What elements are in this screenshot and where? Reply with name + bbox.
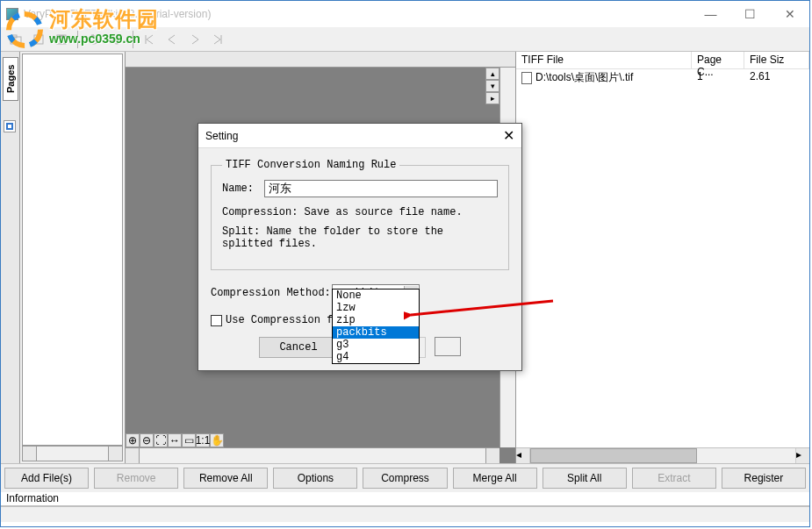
option-none[interactable]: None: [333, 290, 419, 302]
file-pages: 1: [692, 69, 744, 85]
rotate-left-icon[interactable]: [84, 30, 104, 49]
last-page-icon[interactable]: [208, 30, 227, 49]
preview-hscroll[interactable]: [126, 447, 499, 463]
open-icon[interactable]: [6, 30, 25, 49]
file-path: D:\tools\桌面\图片\.tif: [535, 71, 633, 83]
option-zip[interactable]: zip: [333, 314, 419, 326]
add-file-button[interactable]: Add File(s): [4, 468, 89, 489]
nav-right-icon[interactable]: ▸: [485, 92, 499, 104]
ruler-horizontal: [126, 52, 515, 68]
preview-bottom-buttons: ⊕ ⊖ ⛶ ↔ ▭ 1:1 ✋: [126, 433, 224, 447]
list-hscroll[interactable]: ◂▸: [516, 447, 809, 463]
compress-button[interactable]: Compress: [363, 468, 447, 489]
col-file[interactable]: TIFF File: [516, 52, 692, 68]
svg-rect-2: [34, 35, 43, 44]
maximize-button[interactable]: ☐: [730, 2, 770, 26]
page-thumb-mini[interactable]: [4, 120, 16, 132]
option-g3[interactable]: g3: [333, 339, 419, 351]
col-size[interactable]: File Siz: [744, 52, 809, 68]
thumb-hscroll[interactable]: [22, 446, 123, 461]
status-bar: [1, 506, 809, 522]
merge-all-button[interactable]: Merge All: [453, 468, 537, 489]
minimize-button[interactable]: —: [691, 2, 730, 26]
scan-icon[interactable]: [29, 30, 48, 49]
svg-rect-4: [59, 35, 64, 39]
save-icon[interactable]: [52, 30, 71, 49]
use-compression-checkbox[interactable]: [211, 315, 222, 326]
file-list-panel: TIFF File Page C... File Siz D:\tools\桌面…: [516, 52, 809, 463]
nav-down-icon[interactable]: ▾: [485, 80, 499, 92]
dialog-close-icon[interactable]: ✕: [503, 127, 514, 144]
remove-all-button[interactable]: Remove All: [183, 468, 268, 489]
next-page-icon[interactable]: [185, 30, 205, 49]
compression-info: Compression: Save as source file name.: [222, 206, 498, 218]
fit-page-icon[interactable]: ▭: [182, 433, 196, 447]
information-label: Information: [1, 492, 809, 506]
col-pages[interactable]: Page C...: [692, 52, 744, 68]
naming-rule-legend: TIFF Conversion Naming Rule: [222, 159, 399, 171]
window-title: VeryPDF TIFFToolkit v2.2 (Trial-version): [24, 8, 211, 20]
app-icon: [6, 8, 18, 20]
name-input[interactable]: [264, 180, 498, 197]
fit-icon[interactable]: ⛶: [154, 433, 168, 447]
zoom-out-icon[interactable]: ⊖: [140, 433, 154, 447]
pages-tab-label: Pages: [3, 57, 18, 101]
preview-right-buttons: ▴ ▾ ▸: [485, 68, 499, 104]
split-all-button[interactable]: Split All: [543, 468, 627, 489]
titlebar[interactable]: VeryPDF TIFFToolkit v2.2 (Trial-version)…: [1, 1, 809, 27]
cancel-button[interactable]: Cancel: [259, 337, 338, 358]
list-row[interactable]: D:\tools\桌面\图片\.tif 1 2.61: [516, 69, 809, 85]
option-g4[interactable]: g4: [333, 351, 419, 363]
name-label: Name:: [222, 182, 264, 195]
toolbar: [1, 27, 809, 52]
remove-button: Remove: [94, 468, 178, 489]
action-buttons: Add File(s) Remove Remove All Options Co…: [1, 464, 809, 492]
dialog-title: Setting: [205, 130, 238, 142]
nav-up-icon[interactable]: ▴: [485, 68, 499, 80]
split-info: Split: Name the folder to store the spli…: [222, 225, 498, 250]
first-page-icon[interactable]: [140, 30, 159, 49]
file-icon: [521, 72, 532, 84]
extra-button[interactable]: [435, 337, 461, 356]
close-button[interactable]: ✕: [770, 2, 809, 26]
method-label: Compression Method:: [211, 287, 332, 299]
fit-width-icon[interactable]: ↔: [168, 433, 182, 447]
file-size: 2.61: [744, 69, 809, 85]
options-button[interactable]: Options: [273, 468, 357, 489]
thumbnail-area[interactable]: [22, 54, 123, 446]
actual-icon[interactable]: 1:1: [196, 433, 210, 447]
use-compression-label: Use Compression for: [226, 314, 346, 326]
list-header: TIFF File Page C... File Siz: [516, 52, 809, 69]
zoom-tool-icon[interactable]: ⊕: [126, 433, 140, 447]
option-packbits[interactable]: packbits: [333, 326, 419, 339]
method-dropdown[interactable]: None lzw zip packbits g3 g4: [332, 289, 420, 364]
list-body[interactable]: D:\tools\桌面\图片\.tif 1 2.61: [516, 69, 809, 447]
hand-icon[interactable]: ✋: [210, 433, 224, 447]
setting-dialog: Setting ✕ TIFF Conversion Naming Rule Na…: [198, 123, 522, 371]
register-button[interactable]: Register: [722, 468, 806, 489]
thumbnail-panel: [20, 52, 126, 463]
extract-button: Extract: [632, 468, 716, 489]
prev-page-icon[interactable]: [162, 30, 182, 49]
option-lzw[interactable]: lzw: [333, 302, 419, 314]
rotate-right-icon[interactable]: [107, 30, 126, 49]
pages-sidebar[interactable]: Pages: [1, 52, 20, 463]
